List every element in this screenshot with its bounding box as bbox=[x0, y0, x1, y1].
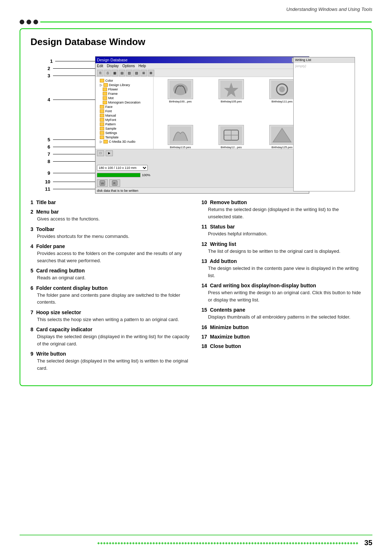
thumb-img-6 bbox=[269, 125, 295, 145]
toolbar-btn-3[interactable]: ▦ bbox=[111, 70, 118, 76]
folder-label: Face bbox=[105, 105, 113, 109]
status-bar: disk data that is to be written bbox=[95, 187, 309, 193]
folder-color[interactable]: Color bbox=[97, 78, 152, 83]
thumb-label-1: Birthday100...pes bbox=[169, 100, 192, 103]
folder-label: Mot bbox=[108, 96, 114, 100]
item-title-8: Card capacity indicator bbox=[36, 327, 93, 332]
desc-item-8: 8 Card capacity indicator Displays the s… bbox=[30, 327, 191, 347]
menu-options[interactable]: Options bbox=[122, 64, 135, 68]
desc-header-8: 8 Card capacity indicator bbox=[30, 327, 191, 332]
folder-settings[interactable]: Settings bbox=[97, 131, 152, 135]
item-num-1: 1 bbox=[30, 199, 33, 205]
folder-font[interactable]: Font bbox=[97, 109, 152, 113]
writing-list-header: Writing List bbox=[294, 57, 355, 63]
callout-8: 8 bbox=[48, 159, 50, 164]
folder-content-btn[interactable]: ▶ bbox=[106, 150, 113, 156]
toolbar-btn-1[interactable]: ⎘ bbox=[97, 70, 103, 76]
thumb-2[interactable]: Birthday105.pes bbox=[207, 79, 256, 123]
thumb-label-6: Birthday125.pes bbox=[271, 146, 293, 149]
folder-manual[interactable]: Manual bbox=[97, 113, 152, 118]
card-reading-btn[interactable]: □ bbox=[97, 150, 104, 156]
folder-sample[interactable]: Sample bbox=[97, 126, 152, 131]
desc-item-1: 1 Title bar bbox=[30, 199, 191, 205]
toolbar-btn-7[interactable]: ⊞ bbox=[140, 70, 147, 76]
folder-myfont[interactable]: MyFont bbox=[97, 118, 152, 122]
callout-line-10 bbox=[53, 182, 95, 182]
folder-face[interactable]: Face bbox=[97, 105, 152, 109]
desc-header-10: 10 Remove button bbox=[201, 199, 362, 205]
folder-label: Pattern bbox=[105, 122, 116, 126]
folder-template[interactable]: Template bbox=[97, 135, 152, 139]
item-num-12: 12 bbox=[201, 241, 207, 247]
desc-text-2: Gives access to the functions. bbox=[30, 215, 191, 223]
item-title-4: Folder pane bbox=[36, 243, 65, 249]
hoop-size-selector[interactable]: 180 x 100 / 110 x 110 mm bbox=[97, 165, 148, 171]
toolbar-btn-4[interactable]: ▤ bbox=[119, 70, 125, 76]
writing-list-empty: (empty) bbox=[295, 64, 353, 68]
write-button[interactable]: W bbox=[97, 179, 108, 187]
folder-icon bbox=[100, 127, 104, 130]
thumb-1[interactable]: Birthday100...pes bbox=[156, 79, 205, 123]
right-column: 10 Remove button Returns the selected de… bbox=[201, 199, 362, 375]
callout-1: 1 bbox=[50, 58, 53, 64]
desc-item-17: 17 Maximize button bbox=[201, 334, 362, 340]
callout-5: 5 bbox=[48, 137, 50, 142]
window-menubar: Edit Display Options Help bbox=[95, 63, 309, 69]
item-num-8: 8 bbox=[30, 327, 33, 332]
callout-line-8 bbox=[53, 161, 95, 162]
callout-10: 10 bbox=[45, 179, 50, 185]
menu-display[interactable]: Display bbox=[107, 64, 119, 68]
desc-header-12: 12 Writing list bbox=[201, 241, 362, 247]
folder-icon bbox=[100, 131, 104, 135]
desc-item-3: 3 Toolbar Provides shortcuts for the men… bbox=[30, 226, 191, 240]
toolbar-btn-5[interactable]: ▥ bbox=[126, 70, 132, 76]
folder-monogram[interactable]: Monogram Decoration bbox=[97, 100, 152, 105]
folder-label: C-Media 3D Audio bbox=[109, 140, 135, 143]
desc-text-12: The list of designs to be written to the… bbox=[201, 248, 362, 255]
callout-line-9 bbox=[53, 173, 95, 173]
folder-pattern[interactable]: Pattern bbox=[97, 122, 152, 126]
desc-text-6: The folder pane and contents pane displa… bbox=[30, 292, 191, 306]
svg-text:R: R bbox=[113, 182, 116, 185]
item-title-15: Contents pane bbox=[210, 307, 245, 313]
folder-frame[interactable]: Frame bbox=[97, 92, 152, 96]
desc-item-4: 4 Folder pane Provides access to the fol… bbox=[30, 243, 191, 264]
item-title-7: Hoop size selector bbox=[36, 309, 81, 315]
folder-label: Template bbox=[105, 135, 119, 139]
desc-text-7: This selects the hoop size when writing … bbox=[30, 316, 191, 323]
menu-edit[interactable]: Edit bbox=[97, 64, 103, 68]
toolbar-btn-8[interactable]: ⊠ bbox=[148, 70, 154, 76]
desc-header-5: 5 Card reading button bbox=[30, 268, 191, 274]
folder-mot[interactable]: Mot bbox=[97, 96, 152, 100]
folder-icon bbox=[103, 140, 108, 143]
chapter-title: Understanding Windows and Using Tools bbox=[286, 7, 372, 12]
folder-icon bbox=[100, 122, 104, 126]
callout-line-5 bbox=[53, 139, 95, 140]
thumb-img-2 bbox=[219, 79, 244, 99]
folder-cmedia[interactable]: ▷ C-Media 3D Audio bbox=[97, 139, 152, 144]
desc-header-16: 16 Minimize button bbox=[201, 324, 362, 330]
folder-icon bbox=[103, 88, 107, 91]
writing-list-panel: Writing List (empty) bbox=[293, 57, 355, 191]
desc-item-5: 5 Card reading button Reads an original … bbox=[30, 268, 191, 281]
item-num-11: 11 bbox=[201, 224, 207, 230]
folder-design-library[interactable]: ▷ Design Library bbox=[97, 83, 152, 87]
toolbar-btn-6[interactable]: ▧ bbox=[133, 70, 140, 76]
folder-flower[interactable]: Flower bbox=[97, 87, 152, 92]
desc-item-16: 16 Minimize button bbox=[201, 324, 362, 330]
page-number: 35 bbox=[362, 539, 372, 547]
folder-icon bbox=[100, 135, 104, 139]
remove-button[interactable]: R bbox=[109, 179, 120, 187]
desc-item-18: 18 Close button bbox=[201, 343, 362, 349]
desc-text-9: The selected design (displayed in the wr… bbox=[30, 357, 191, 372]
toolbar-btn-2[interactable]: ⎙ bbox=[104, 70, 111, 76]
item-title-12: Writing list bbox=[210, 241, 236, 247]
item-title-3: Toolbar bbox=[36, 226, 54, 232]
desc-header-17: 17 Maximize button bbox=[201, 334, 362, 340]
folder-label: Sample bbox=[105, 127, 117, 130]
diagram-container: 1 2 3 4 5 6 7 8 9 10 11 18 bbox=[30, 54, 362, 196]
desc-header-4: 4 Folder pane bbox=[30, 243, 191, 249]
thumb-label-2: Birthday105.pes bbox=[221, 100, 242, 103]
desc-header-2: 2 Menu bar bbox=[30, 209, 191, 215]
menu-help[interactable]: Help bbox=[139, 64, 146, 68]
